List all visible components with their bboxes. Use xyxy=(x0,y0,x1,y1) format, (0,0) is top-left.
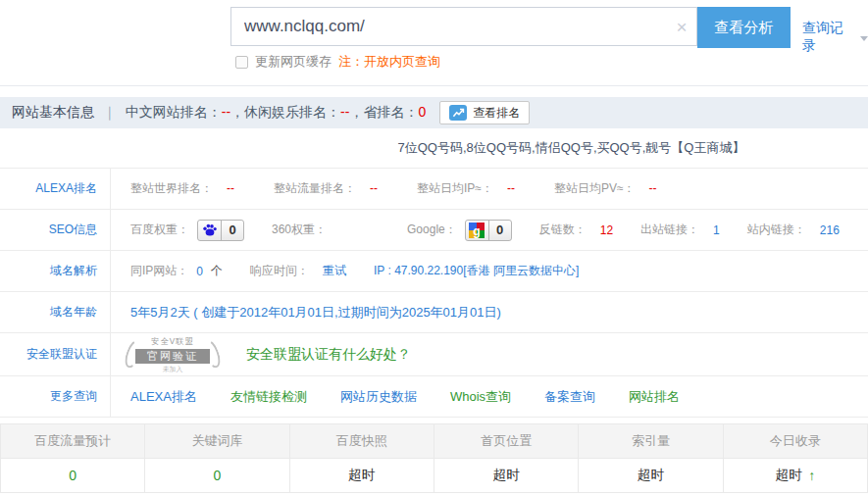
alexa-row-label: ALEXA排名 xyxy=(0,169,111,209)
google-pr-badge[interactable]: g 0 xyxy=(465,220,512,241)
stats-val-traffic[interactable]: 0 xyxy=(1,459,145,492)
link-alexa-rank[interactable]: ALEXA排名 xyxy=(130,388,197,406)
retry-link[interactable]: 重试 xyxy=(323,263,346,279)
query-history-link[interactable]: 查询记录 xyxy=(802,20,868,55)
baidu-weight-label: 百度权重： xyxy=(130,222,189,238)
security-cert-label: 安全联盟认证 xyxy=(0,333,111,375)
domain-age-row: 域名年龄 5年5月2天 ( 创建于2012年01月01日,过期时间为2025年0… xyxy=(0,292,868,333)
domain-age-content: 5年5月2天 ( 创建于2012年01月01日,过期时间为2025年01月01日… xyxy=(111,304,868,322)
up-arrow-icon: ↑ xyxy=(808,468,815,483)
baidu-paw-icon xyxy=(198,220,222,241)
stats-val-homepage[interactable]: 超时 xyxy=(434,459,579,492)
qq-ad-link[interactable]: 7位QQ号码,8位QQ号码,情侣QQ号,买QQ号,靓号【Q王商城】 xyxy=(398,139,745,157)
svg-text:g: g xyxy=(474,223,481,237)
cn-rank-label: 中文网站排名： xyxy=(126,104,222,120)
stats-values-row: 0 0 超时 超时 超时 超时 ↑ xyxy=(1,459,867,492)
alexa-item: 整站日均PV≈：-- xyxy=(554,180,657,197)
site-basic-info-header: 网站基本信息 ｜ 中文网站排名：--，休闲娱乐排名：--，省排名：0 查看排名 xyxy=(0,97,868,128)
domain-age-label: 域名年龄 xyxy=(0,292,111,332)
stats-col-traffic: 百度流量预计 xyxy=(1,424,145,458)
cn-rank-value: -- xyxy=(222,104,230,120)
outlinks-label: 出站链接： xyxy=(640,222,699,238)
dns-row-content: 同IP网站： 0 个 响应时间： 重试 IP : 47.90.22.190[香港… xyxy=(111,263,868,279)
trend-chart-icon xyxy=(449,105,467,121)
ent-rank-label: ，休闲娱乐排名： xyxy=(230,104,340,120)
inner-page-note: 注：开放内页查询 xyxy=(338,53,440,71)
link-whois[interactable]: Whois查询 xyxy=(450,388,511,406)
link-icp-record[interactable]: 备案查询 xyxy=(544,388,595,406)
info-table: 7位QQ号码,8位QQ号码,情侣QQ号,买QQ号,靓号【Q王商城】 ALEXA排… xyxy=(0,128,868,418)
stats-val-snapshot[interactable]: 超时 xyxy=(290,459,434,492)
link-friend-links[interactable]: 友情链接检测 xyxy=(230,388,307,406)
more-queries-row: 更多查询 ALEXA排名 友情链接检测 网站历史数据 Whois查询 备案查询 … xyxy=(0,376,868,418)
domain-age-value: 5年5月2天 ( 创建于2012年01月01日,过期时间为2025年01月01日… xyxy=(130,304,501,322)
same-ip-label: 同IP网站： xyxy=(130,263,188,279)
stats-col-snapshot: 百度快照 xyxy=(290,424,434,458)
backlinks-label: 反链数： xyxy=(539,222,587,238)
clear-input-icon[interactable]: × xyxy=(667,18,696,36)
analyze-button[interactable]: 查看分析 xyxy=(697,7,791,48)
url-input[interactable] xyxy=(231,17,667,36)
link-site-history[interactable]: 网站历史数据 xyxy=(340,388,417,406)
query-history-label: 查询记录 xyxy=(802,20,855,55)
google-icon: g xyxy=(466,220,489,241)
province-rank-label: ，省排名： xyxy=(349,104,418,120)
security-seal-badge[interactable]: 安全V联盟 官网验证 未加入 xyxy=(125,335,221,374)
section-title: 网站基本信息 xyxy=(12,104,94,122)
seo-row-content: 百度权重： 0 360权重： Google： g 0 反链数： 12 出站链接：… xyxy=(111,220,868,241)
alexa-rank-row: ALEXA排名 整站世界排名：-- 整站流量排名：-- 整站日均IP≈：-- 整… xyxy=(0,169,868,210)
seal-ribbon-text: 官网验证 xyxy=(135,349,210,364)
dns-row: 域名解析 同IP网站： 0 个 响应时间： 重试 IP : 47.90.22.1… xyxy=(0,251,868,292)
outlinks-value[interactable]: 1 xyxy=(713,223,720,237)
seo-row-label: SEO信息 xyxy=(0,210,111,250)
inlinks-label: 站内链接： xyxy=(747,222,806,238)
alexa-item: 整站日均IP≈：-- xyxy=(417,180,515,197)
province-rank-value: 0 xyxy=(418,104,426,120)
more-queries-links: ALEXA排名 友情链接检测 网站历史数据 Whois查询 备案查询 网站排名 xyxy=(111,388,868,406)
cache-option-row: 更新网页缓存 注：开放内页查询 xyxy=(235,53,440,71)
stats-col-homepage: 首页位置 xyxy=(434,424,579,458)
stats-val-today[interactable]: 超时 ↑ xyxy=(724,459,867,492)
stats-val-keywords[interactable]: 0 xyxy=(145,459,289,492)
url-input-wrap: × xyxy=(230,7,697,46)
link-site-rank[interactable]: 网站排名 xyxy=(629,388,680,406)
ent-rank-value: -- xyxy=(340,104,349,120)
stats-col-index: 索引量 xyxy=(579,424,723,458)
refresh-cache-checkbox[interactable] xyxy=(235,56,248,69)
baidu-weight-badge[interactable]: 0 xyxy=(197,220,244,241)
seal-top-text: 安全V联盟 xyxy=(128,335,217,347)
dns-row-label: 域名解析 xyxy=(0,251,111,291)
stats-header-row: 百度流量预计 关键词库 百度快照 首页位置 索引量 今日收录 xyxy=(1,424,867,459)
title-separator: ｜ xyxy=(103,104,117,122)
backlinks-value[interactable]: 12 xyxy=(600,223,613,237)
alexa-item: 整站流量排名：-- xyxy=(274,180,378,197)
stats-col-keywords: 关键词库 xyxy=(145,424,289,458)
response-time-label: 响应时间： xyxy=(250,263,309,279)
rank-summary: 中文网站排名：--，休闲娱乐排名：--，省排名：0 xyxy=(126,104,426,122)
security-cert-row: 安全联盟认证 安全V联盟 官网验证 未加入 安全联盟认证有什么好处？ xyxy=(0,333,868,376)
refresh-cache-label: 更新网页缓存 xyxy=(255,53,332,71)
more-queries-label: 更多查询 xyxy=(0,376,111,417)
google-pr-label: Google： xyxy=(407,222,457,238)
view-rank-button[interactable]: 查看排名 xyxy=(439,101,530,124)
search-bar-section: × 查看分析 查询记录 更新网页缓存 注：开放内页查询 xyxy=(0,0,868,86)
seo-info-row: SEO信息 百度权重： 0 360权重： Google： g 0 反链数： 12… xyxy=(0,210,868,251)
alexa-item: 整站世界排名：-- xyxy=(130,180,234,197)
so360-weight-label: 360权重： xyxy=(272,222,327,238)
so360-weight-badge-placeholder xyxy=(334,220,380,241)
seal-bottom-text: 未加入 xyxy=(131,364,213,372)
stats-col-today: 今日收录 xyxy=(724,424,867,458)
ip-location-link[interactable]: IP : 47.90.22.190[香港 阿里云数据中心] xyxy=(374,263,579,279)
same-ip-unit: 个 xyxy=(211,263,223,279)
baidu-stats-table: 百度流量预计 关键词库 百度快照 首页位置 索引量 今日收录 0 0 超时 超时… xyxy=(0,423,868,493)
stats-val-index[interactable]: 超时 xyxy=(579,459,723,492)
chevron-down-icon xyxy=(860,36,868,41)
google-pr-value: 0 xyxy=(489,223,511,237)
view-rank-label: 查看排名 xyxy=(473,105,520,122)
alexa-row-content: 整站世界排名：-- 整站流量排名：-- 整站日均IP≈：-- 整站日均PV≈：-… xyxy=(111,180,868,197)
cert-benefit-link[interactable]: 安全联盟认证有什么好处？ xyxy=(246,346,411,364)
ad-row: 7位QQ号码,8位QQ号码,情侣QQ号,买QQ号,靓号【Q王商城】 xyxy=(0,128,868,169)
same-ip-value[interactable]: 0 xyxy=(196,265,203,278)
security-cert-content: 安全V联盟 官网验证 未加入 安全联盟认证有什么好处？ xyxy=(111,335,868,374)
inlinks-value[interactable]: 216 xyxy=(820,223,840,237)
